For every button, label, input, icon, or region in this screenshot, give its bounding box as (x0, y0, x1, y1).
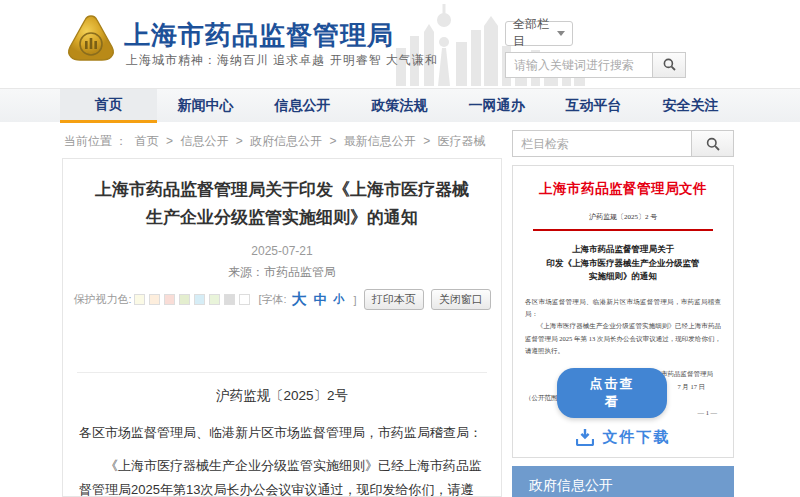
main-nav: 首页 新闻中心 信息公开 政策法规 一网通办 互动平台 安全关注 (0, 88, 800, 122)
file-download-link[interactable]: 文件下载 (513, 428, 733, 447)
breadcrumb-home[interactable]: 首页 (135, 134, 159, 148)
breadcrumb-gov-info[interactable]: 政府信息公开 (250, 134, 322, 148)
article-paragraph-recipients: 各区市场监督管理局、临港新片区市场监督管理局，市药监局稽查局： (79, 421, 485, 444)
eye-color-swatch-6[interactable] (209, 294, 220, 305)
gov-info-section-title: 政府信息公开 (529, 477, 613, 495)
site-search-button[interactable] (652, 52, 686, 78)
article-paragraph-body: 《上海市医疗器械生产企业分级监管实施细则》已经上海市药品监督管理局2025年第1… (79, 454, 485, 497)
search-category-select[interactable]: 全部栏目 (505, 21, 573, 46)
article-date: 2025-07-21 (63, 244, 501, 258)
gov-info-section-header[interactable]: 政府信息公开 (512, 466, 734, 497)
font-size-medium-button[interactable]: 中 (314, 291, 327, 309)
eye-color-swatch-5[interactable] (194, 294, 205, 305)
search-icon (706, 137, 720, 151)
article-toolbar: 保护视力色: [字体: 大 中 小 ] 打印本页 关闭窗口 (63, 289, 501, 310)
chevron-down-icon (557, 31, 565, 36)
nav-item-online-services[interactable]: 一网通办 (448, 89, 545, 123)
document-number: 沪药监规〔2025〕2号 (63, 387, 501, 405)
click-to-view-button[interactable]: 点击查看 (557, 368, 667, 418)
breadcrumb-separator: > (166, 134, 173, 148)
site-title: 上海市药品监督管理局 (124, 18, 394, 53)
eye-color-swatch-2[interactable] (149, 294, 160, 305)
search-icon (663, 58, 676, 71)
nav-item-policies[interactable]: 政策法规 (351, 89, 448, 123)
sidebar: 上海市药品监督管理局文件 沪药监规〔2025〕2 号 上海市药品监督管理局关于 … (512, 130, 734, 497)
breadcrumb-prefix: 当前位置 ： (64, 134, 127, 148)
page: 上海市药品监督管理局 上海城市精神：海纳百川 追求卓越 开明睿智 大气谦和 全部… (0, 0, 800, 497)
breadcrumb-separator: > (236, 134, 243, 148)
document-preview-card: 上海市药品监督管理局文件 沪药监规〔2025〕2 号 上海市药品监督管理局关于 … (512, 165, 734, 458)
preview-title: 上海市药品监督管理局关于 印发《上海市医疗器械生产企业分级监管 实施细则》的通知 (525, 243, 721, 284)
search-category-value: 全部栏目 (513, 16, 557, 50)
agency-logo (66, 14, 116, 64)
site-search-input[interactable] (505, 52, 652, 78)
column-search-button[interactable] (692, 130, 734, 157)
preview-doc-number: 沪药监规〔2025〕2 号 (525, 212, 721, 222)
close-window-button[interactable]: 关闭窗口 (431, 289, 491, 310)
font-size-large-button[interactable]: 大 (292, 290, 307, 309)
breadcrumb-latest[interactable]: 最新信息公开 (344, 134, 416, 148)
nav-item-safety[interactable]: 安全关注 (642, 89, 739, 123)
nav-item-info-disclosure[interactable]: 信息公开 (254, 89, 351, 123)
article-source: 来源：市药品监管局 (63, 264, 501, 281)
breadcrumb-info[interactable]: 信息公开 (180, 134, 228, 148)
nav-item-news[interactable]: 新闻中心 (157, 89, 254, 123)
file-download-label: 文件下载 (603, 428, 671, 447)
download-icon (576, 429, 594, 446)
eye-color-swatch-1[interactable] (134, 294, 145, 305)
font-size-suffix: ] (354, 294, 357, 306)
eye-color-swatch-8[interactable] (239, 294, 250, 305)
breadcrumb-separator: > (329, 134, 336, 148)
article-divider (77, 372, 487, 373)
eye-color-swatch-4[interactable] (179, 294, 190, 305)
print-page-button[interactable]: 打印本页 (364, 289, 424, 310)
font-size-prefix: [字体: (258, 292, 286, 307)
breadcrumb: 当前位置 ： 首页 > 信息公开 > 政府信息公开 > 最新信息公开 > 医疗器… (64, 133, 490, 150)
column-search-input[interactable] (512, 130, 692, 157)
eye-color-swatch-7[interactable] (224, 294, 235, 305)
eye-protect-label: 保护视力色: (73, 292, 131, 307)
font-size-small-button[interactable]: 小 (334, 292, 345, 307)
preview-body-recipients: 各区市场监督管理局、临港新片区市场监督管理局，市药监局稽查局： (525, 296, 721, 321)
nav-item-home[interactable]: 首页 (60, 89, 157, 123)
eye-color-swatch-3[interactable] (164, 294, 175, 305)
header-search-area: 全部栏目 (505, 14, 735, 78)
preview-red-rule (533, 229, 713, 231)
article-card: 上海市药品监督管理局关于印发《上海市医疗器械生产企业分级监管实施细则》的通知 2… (62, 158, 502, 497)
preview-body-text: 《上海市医疗器械生产企业分级监管实施细则》已经上海市药品监督管理局 2025 年… (525, 320, 721, 357)
sidebar-search (512, 130, 734, 157)
article-title: 上海市药品监督管理局关于印发《上海市医疗器械生产企业分级监管实施细则》的通知 (89, 176, 474, 232)
breadcrumb-medical-devices[interactable]: 医疗器械 (438, 134, 486, 148)
site-header: 上海市药品监督管理局 上海城市精神：海纳百川 追求卓越 开明睿智 大气谦和 全部… (0, 0, 800, 88)
nav-item-interaction[interactable]: 互动平台 (545, 89, 642, 123)
preview-red-header: 上海市药品监督管理局文件 (525, 180, 721, 198)
site-slogan: 上海城市精神：海纳百川 追求卓越 开明睿智 大气谦和 (126, 52, 438, 69)
breadcrumb-separator: > (423, 134, 430, 148)
